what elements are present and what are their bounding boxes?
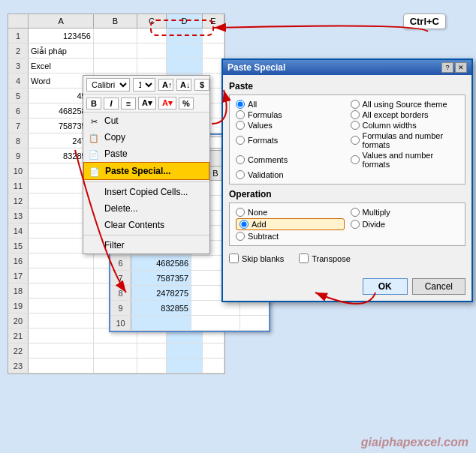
row-num: 5 [8,88,29,103]
cell-b1[interactable] [94,28,137,43]
s2-cell-a7[interactable]: 7587357 [131,271,191,285]
s2-cell-a8[interactable]: 2478275 [131,286,191,300]
paste-radio-values[interactable]: Values [236,121,345,130]
col-header-b[interactable]: B [94,14,137,28]
cell-a18[interactable] [29,284,94,298]
cell-b2[interactable] [94,44,137,58]
paste-all-source-radio[interactable] [351,100,360,109]
cell-c23[interactable] [137,358,167,373]
paste-radio-validation[interactable]: Validation [236,170,345,179]
cancel-button[interactable]: Cancel [412,278,465,295]
cell-a1[interactable]: 123456 [29,28,94,43]
cell-a19[interactable] [29,298,94,313]
menu-separator1 [83,182,209,182]
row-num: 10 [8,164,29,178]
paste-all-except-radio[interactable] [351,110,360,119]
cell-a16[interactable] [29,254,94,268]
cell-a17[interactable] [29,268,94,283]
context-menu-clear-contents[interactable]: Clear Contents [83,217,209,233]
skip-blanks-checkbox[interactable] [229,254,239,263]
cell-c22[interactable] [137,344,167,358]
paste-radio-all-except[interactable]: All except borders [351,110,459,119]
cell-a22[interactable] [29,344,94,358]
cell-d2[interactable] [167,44,203,58]
paste-comments-radio[interactable] [236,155,245,164]
s2-cell-b9[interactable] [191,301,240,315]
op-none-radio[interactable] [236,208,245,217]
font-family-select[interactable]: Calibri [86,78,130,92]
context-menu-paste-special[interactable]: 📄 Paste Special... [83,162,209,180]
op-subtract-radio[interactable] [236,232,245,241]
op-radio-divide[interactable]: Divide [351,218,459,230]
cell-c3[interactable] [137,58,167,73]
cell-e23[interactable] [203,358,224,373]
cell-a21[interactable] [29,328,94,343]
paste-radio-formats[interactable]: Formats [236,131,345,149]
cell-e2[interactable] [203,44,224,58]
context-menu-paste[interactable]: 📄 Paste [83,146,209,162]
cell-a3[interactable]: Excel [29,58,94,73]
dialog-help-button[interactable]: ? [441,62,453,73]
cell-b23[interactable] [94,358,137,373]
col-header-a[interactable]: A [29,14,94,28]
context-menu-cut[interactable]: ✂ Cut [83,112,209,129]
op-radio-multiply[interactable]: Multiply [351,208,459,217]
s2-cell-a10[interactable] [131,316,191,330]
transpose-checkbox-item[interactable]: Transpose [299,254,351,263]
context-menu-copy[interactable]: 📋 Copy [83,129,209,146]
paste-radio-all-source[interactable]: All using Source theme [351,100,459,109]
bold-button[interactable]: B [86,98,101,110]
ok-button[interactable]: OK [363,278,408,295]
paste-radio-formulas-num[interactable]: Formulas and number formats [351,131,459,149]
italic-button[interactable]: I [104,98,119,110]
paste-radio-col-widths[interactable]: Column widths [351,121,459,130]
op-radio-subtract[interactable]: Subtract [236,232,345,241]
paste-radio-all[interactable]: All [236,100,345,109]
paste-col-widths-radio[interactable] [351,121,360,130]
cell-a20[interactable] [29,314,94,328]
transpose-checkbox[interactable] [299,254,309,263]
paste-all-radio[interactable] [236,100,245,109]
paste-formulas-radio[interactable] [236,110,245,119]
cell-b3[interactable] [94,58,137,73]
paste-radio-comments[interactable]: Comments [236,151,345,169]
context-menu-insert-copied[interactable]: Insert Copied Cells... [83,184,209,200]
currency-button[interactable]: $ [194,79,209,91]
dialog-close-button[interactable]: ✕ [455,62,467,73]
op-add-radio[interactable] [240,220,249,229]
align-button[interactable]: ≡ [121,98,136,110]
context-menu-filter[interactable]: Filter [83,237,209,254]
paste-values-num-radio[interactable] [351,155,360,164]
op-divide-radio[interactable] [351,220,360,229]
paste-values-radio[interactable] [236,121,245,130]
cell-d22[interactable] [167,344,203,358]
font-size-select[interactable]: 11 [133,78,155,92]
op-radio-none[interactable]: None [236,208,345,217]
paste-formulas-num-radio[interactable] [351,136,360,145]
cell-b22[interactable] [94,344,137,358]
font-color-button[interactable]: A▾ [158,97,176,110]
cell-a23[interactable] [29,358,94,373]
paste-formats-radio[interactable] [236,136,245,145]
font-shrink-button[interactable]: A↓ [176,79,191,91]
row-num: 19 [8,298,29,313]
cell-a2[interactable]: Giải pháp [29,44,94,58]
paste-radio-values-num[interactable]: Values and number formats [351,151,459,169]
cell-d3[interactable] [167,58,203,73]
cell-d23[interactable] [167,358,203,373]
op-radio-add[interactable]: Add [236,218,345,230]
dialog-title: Paste Special [227,62,285,73]
cell-c2[interactable] [137,44,167,58]
s2-cell-b10[interactable] [191,316,240,330]
paste-validation-radio[interactable] [236,170,245,179]
skip-blanks-checkbox-item[interactable]: Skip blanks [229,254,284,263]
op-multiply-radio[interactable] [351,208,360,217]
s2-cell-a9[interactable]: 832855 [131,301,191,315]
percent-button[interactable]: % [179,98,194,110]
cell-e22[interactable] [203,344,224,358]
fill-color-button[interactable]: A▾ [138,97,156,110]
context-menu-delete[interactable]: Delete... [83,200,209,217]
s2-cell-a6[interactable]: 4682586 [131,256,191,270]
font-grow-button[interactable]: A↑ [158,79,173,91]
paste-radio-formulas[interactable]: Formulas [236,110,345,119]
